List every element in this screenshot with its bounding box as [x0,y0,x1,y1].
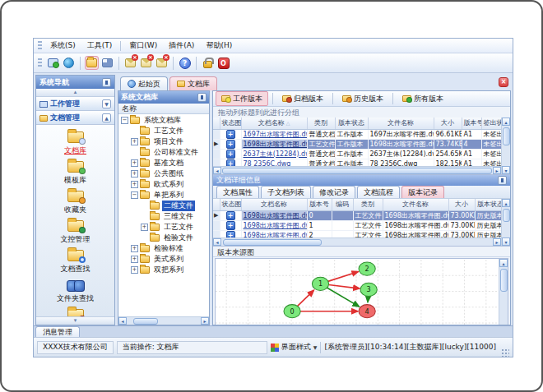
tree-node-3[interactable]: +项目文件 [118,136,209,147]
mail-error-icon[interactable] [155,56,169,70]
chevron-down-icon[interactable]: ▼ [102,99,111,108]
style-selector[interactable]: 界面样式 ▼ [271,342,318,353]
scroll-left-icon[interactable]: ◂ [213,238,221,246]
version-filter-button-4[interactable]: 所有版本 [397,91,448,106]
scroll-thumb[interactable] [222,168,492,174]
column-header[interactable]: 版本号 [462,118,481,129]
tree-node-15[interactable]: +双把系列 [118,265,209,275]
scroll-thumb[interactable] [503,209,510,222]
scroll-left-icon[interactable]: ◂ [213,167,221,174]
document-link[interactable]: 1697出水嘴零件图.dwg [244,131,308,138]
report-icon[interactable] [100,56,114,70]
tree-node-11[interactable]: +工艺文件 [118,222,209,233]
menu-item-1[interactable]: 系统(S) [44,39,81,53]
scroll-thumb[interactable] [223,239,322,246]
sidebar-item-7[interactable]: 签出的文档 [40,306,111,316]
table-hscrollbar[interactable]: ◂ ▸ [213,238,501,246]
table-vscrollbar[interactable]: ▴ ▾ [501,118,510,174]
document-link[interactable]: 1698出水嘴零件图.dwg [244,232,308,238]
sidebar-item-5[interactable]: 文档查找 [40,247,111,275]
tree-node-4[interactable]: 公司标准文件 [118,147,209,158]
drag-grip[interactable] [38,41,42,51]
help-icon[interactable]: ? [178,56,192,70]
sidebar-item-4[interactable]: 文控管理 [40,217,111,246]
tree-node-8[interactable]: −单把系列 [118,190,209,201]
tab-message-management[interactable]: 消息管理 [35,326,80,337]
scroll-up-icon[interactable]: ▴ [499,259,508,267]
tab-2[interactable]: 文档库 [169,76,217,90]
tree-node-10[interactable]: 三维文件 [118,211,209,222]
table-row[interactable]: +1698出水嘴零件图.dwg2工艺文件1698出水嘴零件图.dwg73.00K… [213,230,501,238]
resize-grip[interactable] [501,348,509,357]
sidebar-group-2[interactable]: 文档管理▲ [36,111,114,125]
sidebar-item-2[interactable]: 模板库 [40,158,111,187]
sidebar-collapse-up[interactable]: ▴ [36,89,114,97]
detail-tab-3[interactable]: 修改记录 [313,186,355,198]
graph-vscrollbar[interactable]: ▴ ▾ [499,259,508,325]
column-header[interactable]: 文件名称 [383,199,448,210]
drag-grip[interactable] [38,58,42,68]
scroll-right-icon[interactable]: ▸ [493,238,501,246]
menu-item-4[interactable]: 插件(A) [163,39,200,53]
column-header[interactable]: 文件名称 [368,118,434,129]
pin-icon[interactable] [498,176,507,185]
tree-node-7[interactable]: +欧式系列 [118,179,209,190]
tree-node-6[interactable]: +公共图纸 [118,168,209,179]
table-row[interactable]: ▶+1698出水嘴零件图.dwg工艺文件工作版本1698出水嘴零件图.dwg73… [213,139,501,149]
mail-send-icon[interactable] [123,56,137,70]
scroll-up-icon[interactable]: ▴ [502,199,510,207]
column-header[interactable]: 大小 [448,199,475,210]
document-link[interactable]: 1698出水嘴零件图.dwg [244,222,308,229]
expand-icon[interactable]: + [131,159,138,167]
detail-tab-5[interactable]: 版本记录 [401,186,444,198]
menu-item-5[interactable]: 帮助(H) [200,39,238,53]
tree-node-5[interactable]: +基准文档 [118,158,209,168]
detail-tab-2[interactable]: 子文档列表 [261,186,311,198]
menu-item-2[interactable]: 工具(T) [81,39,118,53]
sidebar-group-1[interactable]: 工作管理▼ [36,97,114,111]
scroll-up-icon[interactable]: ▴ [502,118,510,126]
lock-icon[interactable] [201,56,215,70]
scroll-thumb[interactable] [503,127,510,145]
expand-icon[interactable]: + [131,138,138,145]
tree-node-14[interactable]: +美式系列 [118,254,209,265]
version-filter-button-3[interactable]: 历史版本 [337,91,388,106]
tree-node-1[interactable]: −系统文档库 [118,115,209,126]
table-row[interactable]: +2637主体(12284).dwg普通文档工作版本2637主体(12284).… [213,149,501,159]
table-row[interactable]: +78 2356C.dwg普通文档工作版本78 2356C.dwg182.15K… [213,159,501,166]
expand-icon[interactable]: + [131,245,138,252]
documents-folder-icon[interactable] [85,56,99,70]
scroll-left-icon[interactable]: ◂ [118,317,127,325]
sidebar-collapse-down[interactable]: ▾ [36,316,114,325]
column-header[interactable]: 类别 [353,199,383,210]
sidebar-item-3[interactable]: 收藏夹 [40,187,111,216]
pin-icon[interactable] [197,93,207,102]
table-vscrollbar[interactable]: ▴ ▾ [501,199,510,246]
column-header[interactable]: 文档名称 △ [241,118,307,129]
scroll-thumb[interactable] [133,318,158,325]
expand-icon[interactable]: + [131,170,138,178]
expand-icon[interactable]: + [131,266,138,274]
expand-icon[interactable]: + [141,224,148,231]
collapse-icon[interactable]: − [121,117,128,124]
scroll-thumb[interactable] [500,269,508,292]
document-link[interactable]: 1698出水嘴零件图.dwg [244,212,308,219]
table-hscrollbar[interactable]: ◂ ▸ [213,166,501,174]
table-row[interactable]: +1698出水嘴零件图.dwg1工艺文件1698出水嘴零件图.dwg73.00K… [213,220,501,230]
column-header[interactable]: 编码 [332,199,353,210]
tree-node-9[interactable]: 二维文件 [118,201,209,211]
scroll-right-icon[interactable]: ▸ [493,167,501,174]
column-header[interactable]: 签出状态 [481,118,501,129]
version-filter-button-2[interactable]: 归档版本 [277,91,328,106]
table-row[interactable]: +1697出水嘴零件图.dwg普通文档工作版本1697出水嘴零件图.dwg96.… [213,129,501,139]
tree-hscrollbar[interactable]: ◂ ▸ [118,316,209,325]
document-link[interactable]: 1698出水嘴零件图.dwg [244,141,308,148]
version-filter-button-1[interactable]: 工作版本 [216,91,268,106]
detail-tab-1[interactable]: 文档属性 [216,186,259,198]
monitor-status-icon[interactable] [46,56,60,70]
column-header[interactable]: 状态图 [220,118,241,129]
pin-icon[interactable] [102,78,111,87]
chevron-up-icon[interactable]: ▲ [102,113,111,122]
column-header[interactable]: 类别 [307,118,335,129]
mail-receive-icon[interactable] [139,56,153,70]
